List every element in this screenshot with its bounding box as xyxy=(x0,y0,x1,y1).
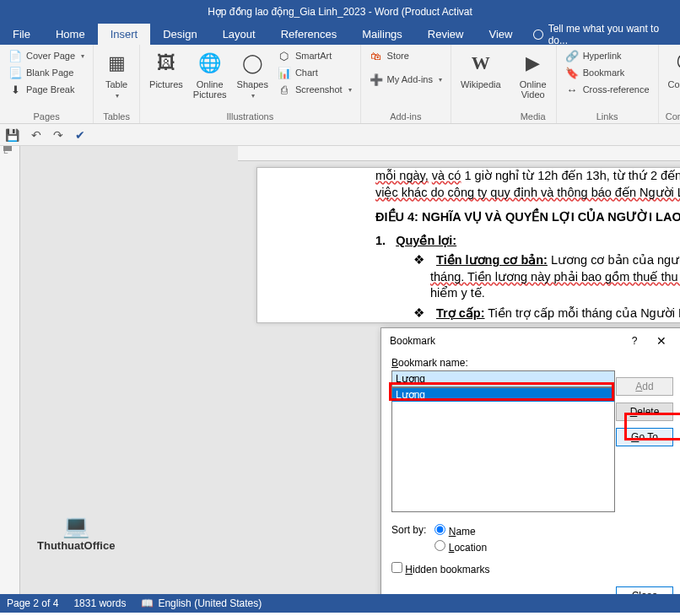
group-comments: 💬Comment Comments xyxy=(659,45,680,123)
wikipedia-icon: W xyxy=(467,50,494,77)
tab-insert[interactable]: Insert xyxy=(98,24,151,45)
bookmark-list-item[interactable]: Lương xyxy=(392,388,614,402)
cross-reference-button[interactable]: ↔Cross-reference xyxy=(562,81,653,98)
cover-page-button[interactable]: 📄Cover Page xyxy=(5,47,88,64)
online-video-icon: ▶ xyxy=(520,50,547,77)
chart-button[interactable]: 📊Chart xyxy=(274,64,355,81)
bookmark-name-label: Bookmark name: xyxy=(391,357,673,369)
tab-view[interactable]: View xyxy=(476,24,525,45)
tab-design[interactable]: Design xyxy=(150,24,209,45)
group-tables: ▦ Table Tables xyxy=(94,45,140,123)
group-illustrations-label: Illustrations xyxy=(145,111,354,123)
table-icon: ▦ xyxy=(103,50,130,77)
status-words[interactable]: 1831 words xyxy=(73,597,126,609)
status-language[interactable]: 📖 English (United States) xyxy=(141,597,262,609)
tab-mailings[interactable]: Mailings xyxy=(349,24,415,45)
group-pages: 📄Cover Page 📃Blank Page ⬇Page Break Page… xyxy=(0,45,94,123)
status-bar: Page 2 of 4 1831 words 📖 English (United… xyxy=(0,594,680,613)
shapes-button[interactable]: ◯Shapes xyxy=(233,47,273,102)
my-addins-button[interactable]: ➕My Add-ins xyxy=(366,71,445,88)
doc-bullet-1-line3: hiểm y tế. xyxy=(375,285,680,302)
dialog-close-x[interactable]: ✕ xyxy=(648,334,675,348)
dialog-title: Bookmark xyxy=(390,335,621,347)
store-button[interactable]: 🛍Store xyxy=(366,47,445,64)
window-title: Hợp đồng lao động_Gia Linh_2023 - Word (… xyxy=(208,6,472,18)
group-media: ▶Online Video Media xyxy=(510,45,557,123)
watermark-text: ThuthuatOffice xyxy=(37,539,115,552)
group-illustrations: 🖼Pictures 🌐Online Pictures ◯Shapes ⬡Smar… xyxy=(140,45,360,123)
doc-heading-4: ĐIỀU 4: NGHĨA VỤ VÀ QUYỀN LỢI CỦA NGƯỜI … xyxy=(375,209,680,226)
cover-page-icon: 📄 xyxy=(8,49,22,62)
save-icon[interactable]: 💾 xyxy=(5,128,19,142)
shapes-icon: ◯ xyxy=(239,50,266,77)
smartart-button[interactable]: ⬡SmartArt xyxy=(274,47,355,64)
sort-location-radio[interactable]: Location xyxy=(434,540,487,554)
delete-button[interactable]: Delete xyxy=(616,403,673,421)
title-bar: Hợp đồng lao động_Gia Linh_2023 - Word (… xyxy=(0,0,680,24)
dialog-help-button[interactable]: ? xyxy=(621,335,648,347)
watermark-icon: 💻 xyxy=(37,513,115,539)
bulb-icon xyxy=(533,30,542,40)
group-links: 🔗Hyperlink 🔖Bookmark ↔Cross-reference Li… xyxy=(557,45,659,123)
screenshot-button[interactable]: ⎙Screenshot xyxy=(274,81,355,98)
undo-icon[interactable]: ↶ xyxy=(31,128,41,142)
cross-reference-icon: ↔ xyxy=(565,83,579,96)
doc-bullet-1: Tiền lương cơ bản: Lương cơ bản của ngườ… xyxy=(375,252,680,269)
online-pictures-icon: 🌐 xyxy=(197,50,224,77)
online-video-button[interactable]: ▶Online Video xyxy=(515,47,551,102)
chart-icon: 📊 xyxy=(278,66,291,79)
redo-icon[interactable]: ↷ xyxy=(53,128,63,142)
my-addins-icon: ➕ xyxy=(370,73,383,86)
table-button[interactable]: ▦ Table xyxy=(99,47,134,102)
tell-me-label: Tell me what you want to do... xyxy=(548,23,672,46)
smartart-icon: ⬡ xyxy=(278,49,291,62)
bookmark-dialog: Bookmark ? ✕ Bookmark name: Lương Add De… xyxy=(380,327,680,594)
horizontal-ruler[interactable] xyxy=(238,146,680,161)
online-pictures-button[interactable]: 🌐Online Pictures xyxy=(189,47,231,102)
watermark: 💻 ThuthuatOffice xyxy=(37,513,115,552)
group-pages-label: Pages xyxy=(5,111,88,123)
goto-button[interactable]: Go To xyxy=(616,428,673,446)
group-links-label: Links xyxy=(562,111,653,123)
group-addins: 🛍Store ➕My Add-ins Add-ins xyxy=(361,45,451,123)
doc-bullet-2: Trợ cấp: Tiền trợ cấp mỗi tháng của Ngườ… xyxy=(375,305,680,322)
document-scroll[interactable]: mỗi ngày, và có 1 giờ nghỉ từ 12h đến 13… xyxy=(20,146,680,594)
tab-references[interactable]: References xyxy=(268,24,349,45)
document-page[interactable]: mỗi ngày, và có 1 giờ nghỉ từ 12h đến 13… xyxy=(256,167,680,323)
bookmark-button[interactable]: 🔖Bookmark xyxy=(562,64,653,81)
comment-button[interactable]: 💬Comment xyxy=(664,47,680,92)
quick-access-toolbar: 💾 ↶ ↷ ✔ xyxy=(0,124,680,146)
vertical-ruler[interactable]: L xyxy=(0,146,20,594)
spellcheck-icon[interactable]: ✔ xyxy=(75,128,85,142)
hidden-bookmarks-checkbox[interactable]: Hidden bookmarks xyxy=(391,562,673,575)
group-media-label: Media xyxy=(515,111,551,123)
tell-me-search[interactable]: Tell me what you want to do... xyxy=(525,24,680,45)
wikipedia-button[interactable]: WWikipedia xyxy=(456,47,505,92)
tab-file[interactable]: File xyxy=(0,24,43,45)
pictures-button[interactable]: 🖼Pictures xyxy=(145,47,187,92)
comment-icon: 💬 xyxy=(674,50,680,77)
bookmark-icon: 🔖 xyxy=(565,66,579,79)
doc-line-1: mỗi ngày, và có 1 giờ nghỉ từ 12h đến 13… xyxy=(375,168,680,185)
hyperlink-icon: 🔗 xyxy=(565,49,579,62)
ribbon: 📄Cover Page 📃Blank Page ⬇Page Break Page… xyxy=(0,45,680,124)
dialog-titlebar[interactable]: Bookmark ? ✕ xyxy=(381,328,680,354)
hyperlink-button[interactable]: 🔗Hyperlink xyxy=(562,47,653,64)
store-icon: 🛍 xyxy=(370,49,383,62)
sort-name-radio[interactable]: Name xyxy=(434,524,487,538)
tab-home[interactable]: Home xyxy=(43,24,98,45)
status-page[interactable]: Page 2 of 4 xyxy=(7,597,58,609)
bookmark-list[interactable]: Lương xyxy=(391,387,615,512)
sort-by-group: Sort by: Name Location xyxy=(391,524,673,554)
proofing-icon: 📖 xyxy=(141,597,154,609)
tab-review[interactable]: Review xyxy=(415,24,477,45)
page-break-button[interactable]: ⬇Page Break xyxy=(5,81,88,98)
doc-line-2: việc khác do công ty quy định và thông b… xyxy=(375,185,680,202)
close-button[interactable]: Close xyxy=(616,586,673,594)
group-addins-label: Add-ins xyxy=(366,111,445,123)
group-wikipedia: WWikipedia xyxy=(451,45,510,123)
page-break-icon: ⬇ xyxy=(8,83,22,96)
blank-page-button[interactable]: 📃Blank Page xyxy=(5,64,88,81)
bookmark-name-input[interactable] xyxy=(391,370,615,387)
tab-layout[interactable]: Layout xyxy=(210,24,268,45)
